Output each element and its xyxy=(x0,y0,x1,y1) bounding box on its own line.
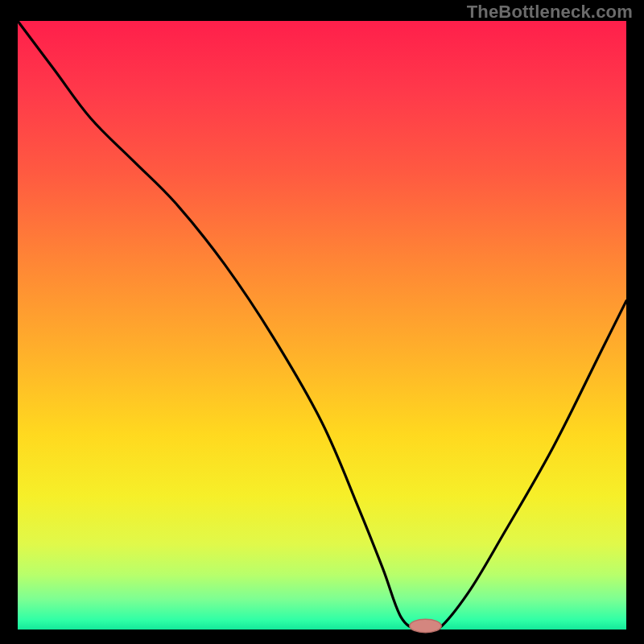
plot-background-gradient xyxy=(18,21,626,630)
watermark-text: TheBottleneck.com xyxy=(467,2,633,23)
optimal-point-marker xyxy=(410,619,441,633)
chart-frame: { "watermark": "TheBottleneck.com", "col… xyxy=(0,0,644,644)
bottleneck-chart xyxy=(0,0,644,644)
